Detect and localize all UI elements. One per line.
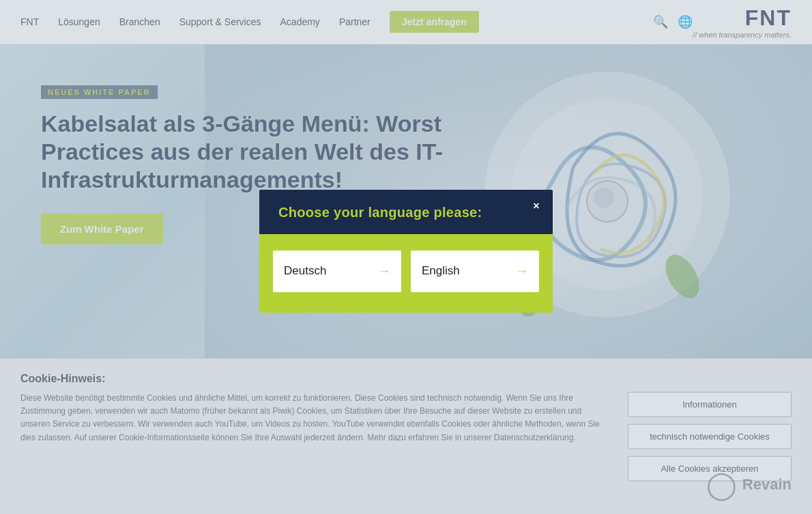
language-option-english[interactable]: English → [411, 251, 539, 292]
modal-title: Choose your language please: [259, 190, 553, 234]
deutsch-arrow-icon: → [378, 264, 390, 279]
modal-options: Deutsch → English → [273, 251, 539, 292]
english-arrow-icon: → [516, 264, 528, 279]
deutsch-label: Deutsch [284, 264, 326, 278]
language-option-deutsch[interactable]: Deutsch → [273, 251, 401, 292]
english-label: English [422, 264, 460, 278]
modal-close-button[interactable]: × [527, 197, 546, 216]
language-modal: Choose your language please: × Deutsch →… [259, 190, 553, 313]
